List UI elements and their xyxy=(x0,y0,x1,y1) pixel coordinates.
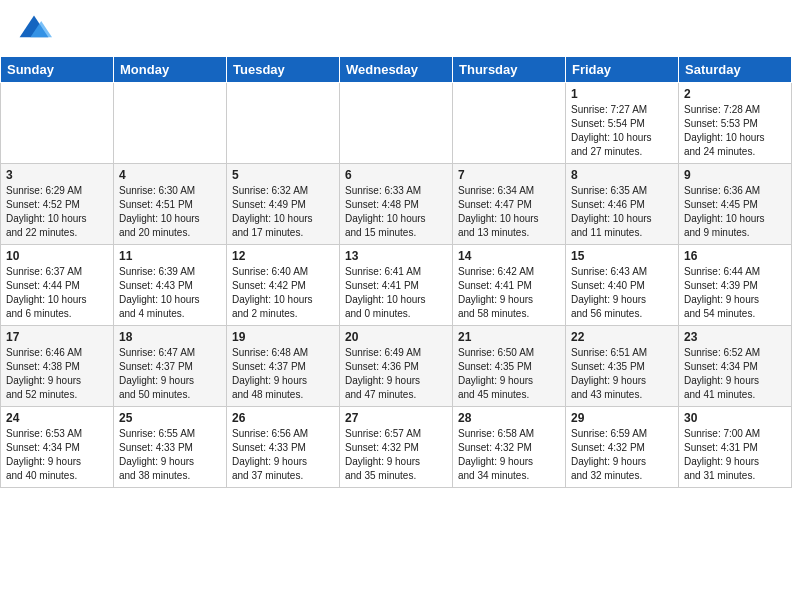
day-number: 21 xyxy=(458,330,560,344)
day-number: 9 xyxy=(684,168,786,182)
day-number: 17 xyxy=(6,330,108,344)
calendar-cell: 26Sunrise: 6:56 AM Sunset: 4:33 PM Dayli… xyxy=(227,407,340,488)
calendar-cell: 18Sunrise: 6:47 AM Sunset: 4:37 PM Dayli… xyxy=(114,326,227,407)
day-info: Sunrise: 6:52 AM Sunset: 4:34 PM Dayligh… xyxy=(684,346,786,402)
day-number: 26 xyxy=(232,411,334,425)
day-of-week-friday: Friday xyxy=(566,57,679,83)
day-info: Sunrise: 6:51 AM Sunset: 4:35 PM Dayligh… xyxy=(571,346,673,402)
day-info: Sunrise: 6:59 AM Sunset: 4:32 PM Dayligh… xyxy=(571,427,673,483)
day-number: 7 xyxy=(458,168,560,182)
day-number: 6 xyxy=(345,168,447,182)
day-info: Sunrise: 6:41 AM Sunset: 4:41 PM Dayligh… xyxy=(345,265,447,321)
calendar-week-row: 3Sunrise: 6:29 AM Sunset: 4:52 PM Daylig… xyxy=(1,164,792,245)
day-number: 23 xyxy=(684,330,786,344)
day-info: Sunrise: 6:30 AM Sunset: 4:51 PM Dayligh… xyxy=(119,184,221,240)
calendar-week-row: 1Sunrise: 7:27 AM Sunset: 5:54 PM Daylig… xyxy=(1,83,792,164)
day-info: Sunrise: 6:39 AM Sunset: 4:43 PM Dayligh… xyxy=(119,265,221,321)
day-number: 24 xyxy=(6,411,108,425)
day-info: Sunrise: 6:35 AM Sunset: 4:46 PM Dayligh… xyxy=(571,184,673,240)
calendar-cell: 21Sunrise: 6:50 AM Sunset: 4:35 PM Dayli… xyxy=(453,326,566,407)
calendar-table: SundayMondayTuesdayWednesdayThursdayFrid… xyxy=(0,56,792,488)
day-number: 8 xyxy=(571,168,673,182)
calendar-cell: 8Sunrise: 6:35 AM Sunset: 4:46 PM Daylig… xyxy=(566,164,679,245)
day-of-week-wednesday: Wednesday xyxy=(340,57,453,83)
calendar-cell xyxy=(114,83,227,164)
calendar-cell: 14Sunrise: 6:42 AM Sunset: 4:41 PM Dayli… xyxy=(453,245,566,326)
calendar-cell: 25Sunrise: 6:55 AM Sunset: 4:33 PM Dayli… xyxy=(114,407,227,488)
calendar-cell: 19Sunrise: 6:48 AM Sunset: 4:37 PM Dayli… xyxy=(227,326,340,407)
calendar-cell: 27Sunrise: 6:57 AM Sunset: 4:32 PM Dayli… xyxy=(340,407,453,488)
day-info: Sunrise: 6:46 AM Sunset: 4:38 PM Dayligh… xyxy=(6,346,108,402)
calendar-cell: 17Sunrise: 6:46 AM Sunset: 4:38 PM Dayli… xyxy=(1,326,114,407)
page-header xyxy=(0,0,792,54)
calendar-cell xyxy=(1,83,114,164)
day-number: 12 xyxy=(232,249,334,263)
day-number: 3 xyxy=(6,168,108,182)
calendar-cell: 4Sunrise: 6:30 AM Sunset: 4:51 PM Daylig… xyxy=(114,164,227,245)
calendar-cell: 12Sunrise: 6:40 AM Sunset: 4:42 PM Dayli… xyxy=(227,245,340,326)
day-number: 5 xyxy=(232,168,334,182)
day-info: Sunrise: 6:49 AM Sunset: 4:36 PM Dayligh… xyxy=(345,346,447,402)
day-info: Sunrise: 6:55 AM Sunset: 4:33 PM Dayligh… xyxy=(119,427,221,483)
calendar-cell: 2Sunrise: 7:28 AM Sunset: 5:53 PM Daylig… xyxy=(679,83,792,164)
calendar-cell: 11Sunrise: 6:39 AM Sunset: 4:43 PM Dayli… xyxy=(114,245,227,326)
calendar-cell: 13Sunrise: 6:41 AM Sunset: 4:41 PM Dayli… xyxy=(340,245,453,326)
day-number: 25 xyxy=(119,411,221,425)
calendar-week-row: 10Sunrise: 6:37 AM Sunset: 4:44 PM Dayli… xyxy=(1,245,792,326)
day-info: Sunrise: 6:37 AM Sunset: 4:44 PM Dayligh… xyxy=(6,265,108,321)
day-number: 15 xyxy=(571,249,673,263)
day-info: Sunrise: 6:58 AM Sunset: 4:32 PM Dayligh… xyxy=(458,427,560,483)
day-number: 11 xyxy=(119,249,221,263)
calendar-week-row: 17Sunrise: 6:46 AM Sunset: 4:38 PM Dayli… xyxy=(1,326,792,407)
day-info: Sunrise: 6:42 AM Sunset: 4:41 PM Dayligh… xyxy=(458,265,560,321)
day-info: Sunrise: 6:34 AM Sunset: 4:47 PM Dayligh… xyxy=(458,184,560,240)
day-info: Sunrise: 6:33 AM Sunset: 4:48 PM Dayligh… xyxy=(345,184,447,240)
day-number: 28 xyxy=(458,411,560,425)
calendar-cell xyxy=(227,83,340,164)
calendar-cell: 23Sunrise: 6:52 AM Sunset: 4:34 PM Dayli… xyxy=(679,326,792,407)
day-number: 22 xyxy=(571,330,673,344)
calendar-cell: 20Sunrise: 6:49 AM Sunset: 4:36 PM Dayli… xyxy=(340,326,453,407)
logo-icon xyxy=(16,12,52,48)
day-of-week-saturday: Saturday xyxy=(679,57,792,83)
day-info: Sunrise: 6:32 AM Sunset: 4:49 PM Dayligh… xyxy=(232,184,334,240)
calendar-week-row: 24Sunrise: 6:53 AM Sunset: 4:34 PM Dayli… xyxy=(1,407,792,488)
day-number: 14 xyxy=(458,249,560,263)
calendar-cell: 5Sunrise: 6:32 AM Sunset: 4:49 PM Daylig… xyxy=(227,164,340,245)
calendar-cell: 1Sunrise: 7:27 AM Sunset: 5:54 PM Daylig… xyxy=(566,83,679,164)
day-info: Sunrise: 6:53 AM Sunset: 4:34 PM Dayligh… xyxy=(6,427,108,483)
day-info: Sunrise: 6:50 AM Sunset: 4:35 PM Dayligh… xyxy=(458,346,560,402)
day-of-week-sunday: Sunday xyxy=(1,57,114,83)
day-info: Sunrise: 6:36 AM Sunset: 4:45 PM Dayligh… xyxy=(684,184,786,240)
calendar-cell: 22Sunrise: 6:51 AM Sunset: 4:35 PM Dayli… xyxy=(566,326,679,407)
calendar-cell: 3Sunrise: 6:29 AM Sunset: 4:52 PM Daylig… xyxy=(1,164,114,245)
day-number: 10 xyxy=(6,249,108,263)
calendar-cell xyxy=(340,83,453,164)
day-info: Sunrise: 6:48 AM Sunset: 4:37 PM Dayligh… xyxy=(232,346,334,402)
day-number: 27 xyxy=(345,411,447,425)
calendar-cell: 6Sunrise: 6:33 AM Sunset: 4:48 PM Daylig… xyxy=(340,164,453,245)
day-info: Sunrise: 6:29 AM Sunset: 4:52 PM Dayligh… xyxy=(6,184,108,240)
day-info: Sunrise: 6:44 AM Sunset: 4:39 PM Dayligh… xyxy=(684,265,786,321)
day-number: 16 xyxy=(684,249,786,263)
calendar-cell: 10Sunrise: 6:37 AM Sunset: 4:44 PM Dayli… xyxy=(1,245,114,326)
day-number: 18 xyxy=(119,330,221,344)
day-of-week-tuesday: Tuesday xyxy=(227,57,340,83)
day-number: 4 xyxy=(119,168,221,182)
day-info: Sunrise: 7:28 AM Sunset: 5:53 PM Dayligh… xyxy=(684,103,786,159)
day-info: Sunrise: 7:27 AM Sunset: 5:54 PM Dayligh… xyxy=(571,103,673,159)
calendar-cell: 24Sunrise: 6:53 AM Sunset: 4:34 PM Dayli… xyxy=(1,407,114,488)
day-info: Sunrise: 6:56 AM Sunset: 4:33 PM Dayligh… xyxy=(232,427,334,483)
calendar-cell: 30Sunrise: 7:00 AM Sunset: 4:31 PM Dayli… xyxy=(679,407,792,488)
calendar-header-row: SundayMondayTuesdayWednesdayThursdayFrid… xyxy=(1,57,792,83)
calendar-cell xyxy=(453,83,566,164)
calendar-cell: 9Sunrise: 6:36 AM Sunset: 4:45 PM Daylig… xyxy=(679,164,792,245)
day-info: Sunrise: 7:00 AM Sunset: 4:31 PM Dayligh… xyxy=(684,427,786,483)
day-number: 29 xyxy=(571,411,673,425)
calendar-cell: 15Sunrise: 6:43 AM Sunset: 4:40 PM Dayli… xyxy=(566,245,679,326)
day-number: 1 xyxy=(571,87,673,101)
day-of-week-thursday: Thursday xyxy=(453,57,566,83)
day-info: Sunrise: 6:47 AM Sunset: 4:37 PM Dayligh… xyxy=(119,346,221,402)
logo xyxy=(16,12,56,48)
day-number: 13 xyxy=(345,249,447,263)
